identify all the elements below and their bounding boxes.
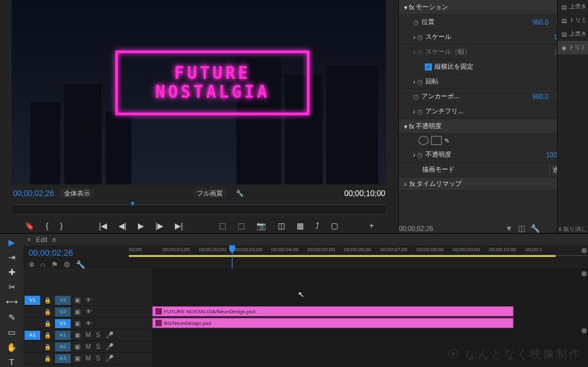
lock-icon[interactable]: 🔒 bbox=[41, 355, 54, 362]
tab-menu-icon[interactable]: ≡ bbox=[52, 236, 56, 243]
settings-icon[interactable]: 🔧 bbox=[236, 190, 243, 197]
track-header-a3[interactable]: 🔒 A3 ▣ M S 🎤 bbox=[23, 353, 152, 364]
source-patch-a1[interactable]: A1 bbox=[25, 331, 40, 340]
pen-mask-icon[interactable]: ✎ bbox=[444, 137, 449, 144]
export-frame-icon[interactable]: 📷 bbox=[256, 221, 266, 230]
proxy-icon[interactable]: ▢ bbox=[331, 221, 338, 230]
toggle-output-icon[interactable]: ▣ bbox=[72, 355, 83, 362]
toggle-output-icon[interactable]: ▣ bbox=[72, 320, 83, 327]
toggle-output-icon[interactable]: ▣ bbox=[72, 343, 83, 350]
program-monitor[interactable]: FUTURE NOSTALGIA bbox=[12, 0, 386, 184]
hand-tool-icon[interactable]: ✋ bbox=[6, 342, 17, 352]
stopwatch-icon[interactable]: ◷ bbox=[413, 93, 419, 100]
mute-button[interactable]: M bbox=[83, 343, 93, 350]
work-area-bar[interactable] bbox=[129, 255, 556, 257]
toggle-output-icon[interactable]: ▣ bbox=[72, 308, 83, 315]
selection-tool-icon[interactable]: ▶ bbox=[6, 238, 17, 247]
track-header-v2[interactable]: 🔒 V2 ▣ 👁 bbox=[23, 306, 152, 318]
stopwatch-icon[interactable]: ◷ bbox=[413, 19, 419, 26]
scroll-handle-icon[interactable] bbox=[582, 328, 587, 333]
uniform-scale-checkbox[interactable]: ✓ bbox=[425, 63, 432, 71]
stopwatch-icon[interactable]: ◷ bbox=[417, 108, 423, 115]
extract-icon[interactable]: ⬚ bbox=[238, 221, 245, 230]
effects-settings-icon[interactable]: ◫ bbox=[518, 224, 525, 233]
lock-icon[interactable]: 🔒 bbox=[41, 309, 54, 315]
track-header-a1[interactable]: A1 🔒 A1 ▣ M S 🎤 bbox=[23, 329, 152, 341]
mute-button[interactable]: M bbox=[83, 331, 93, 339]
lock-icon[interactable]: 🔒 bbox=[41, 344, 54, 350]
comparison-icon[interactable]: ◫ bbox=[278, 221, 285, 230]
eye-icon[interactable]: 👁 bbox=[83, 308, 95, 315]
track-header-v3[interactable]: V1 🔒 V3 ▣ 👁 bbox=[23, 295, 152, 306]
safe-margins-icon[interactable]: ▦ bbox=[297, 221, 304, 230]
duration-timecode[interactable]: 00;00;10;00 bbox=[345, 189, 385, 198]
lock-icon[interactable]: 🔒 bbox=[41, 332, 54, 339]
clip-v2[interactable]: FUTURE NOSTALGIA/NeonDesign.psd bbox=[152, 306, 514, 317]
slip-tool-icon[interactable]: ⟷ bbox=[6, 297, 17, 307]
toggle-output-icon[interactable]: ▣ bbox=[72, 331, 83, 339]
history-item[interactable]: ▤ 上書き bbox=[558, 0, 588, 14]
rectangle-mask-icon[interactable] bbox=[431, 136, 442, 145]
linked-selection-icon[interactable]: ∩ bbox=[40, 260, 46, 269]
solo-button[interactable]: S bbox=[93, 343, 103, 350]
stopwatch-icon[interactable]: ◷ bbox=[417, 151, 423, 159]
stopwatch-icon[interactable]: ◷ bbox=[417, 34, 423, 41]
scroll-handle-icon[interactable] bbox=[582, 248, 587, 253]
time-ruler[interactable]: 00;00 00;00;01;00 00;00;02;00 00;00;03;0… bbox=[129, 245, 588, 269]
toggle-output-icon[interactable]: ▣ bbox=[72, 296, 83, 304]
step-back-icon[interactable]: ◀| bbox=[119, 221, 126, 230]
track-select-tool-icon[interactable]: ⇥ bbox=[6, 252, 17, 262]
go-to-out-icon[interactable]: ▶| bbox=[175, 221, 183, 230]
track-header-v1[interactable]: 🔒 V1 ▣ 👁 bbox=[23, 318, 152, 329]
lock-icon[interactable]: 🔒 bbox=[41, 297, 54, 304]
share-icon[interactable]: ⤴ bbox=[315, 221, 319, 230]
stopwatch-icon[interactable]: ◷ bbox=[417, 78, 423, 85]
eye-icon[interactable]: 👁 bbox=[83, 296, 95, 304]
snap-icon[interactable]: ❄ bbox=[28, 260, 35, 269]
scroll-handle-icon[interactable] bbox=[582, 271, 587, 276]
voice-over-icon[interactable]: 🎤 bbox=[103, 331, 116, 339]
filter-icon[interactable]: ▼ bbox=[505, 224, 513, 233]
voice-over-icon[interactable]: 🎤 bbox=[103, 343, 116, 350]
sequence-tab[interactable]: Edit bbox=[36, 236, 47, 243]
history-item[interactable]: ▤ トリミ bbox=[558, 14, 588, 27]
effects-footer-timecode[interactable]: 00;00;02;26 bbox=[399, 225, 433, 232]
lock-icon[interactable]: 🔒 bbox=[41, 320, 54, 327]
button-editor-icon[interactable]: + bbox=[369, 221, 374, 230]
step-forward-icon[interactable]: |▶ bbox=[155, 221, 163, 230]
mark-in-icon[interactable]: { bbox=[46, 221, 49, 230]
mark-out-icon[interactable]: } bbox=[60, 221, 63, 230]
history-item[interactable]: ◉ トリミ bbox=[558, 41, 588, 54]
timeline-settings-icon[interactable]: ⚙ bbox=[63, 260, 71, 269]
playback-quality-select[interactable]: フル画質 bbox=[193, 188, 227, 198]
razor-tool-icon[interactable]: ✂ bbox=[6, 282, 17, 292]
current-timecode[interactable]: 00;00;02;26 bbox=[13, 189, 54, 198]
monitor-scrub-bar[interactable] bbox=[13, 205, 385, 215]
lift-icon[interactable]: ⬚ bbox=[219, 221, 226, 230]
timeline-timecode[interactable]: 00;00;02;26 bbox=[28, 248, 124, 258]
zoom-level-select[interactable]: 全体表示 bbox=[60, 188, 94, 198]
track-header-a2[interactable]: 🔒 A2 ▣ M S 🎤 bbox=[23, 341, 152, 353]
rectangle-tool-icon[interactable]: ▭ bbox=[6, 328, 17, 337]
source-patch-v1[interactable]: V1 bbox=[25, 296, 40, 305]
solo-button[interactable]: S bbox=[93, 355, 103, 362]
add-marker-icon[interactable]: 🔖 bbox=[25, 221, 34, 230]
history-item[interactable]: ▤ 上書き bbox=[558, 27, 588, 41]
clip-v1[interactable]: BG/NeonDesign.psd bbox=[152, 318, 514, 328]
ellipse-mask-icon[interactable] bbox=[418, 136, 429, 145]
ripple-edit-tool-icon[interactable]: ✚ bbox=[6, 267, 17, 277]
mute-button[interactable]: M bbox=[83, 355, 93, 362]
voice-over-icon[interactable]: 🎤 bbox=[103, 355, 116, 362]
timeline-wrench-icon[interactable]: 🔧 bbox=[76, 260, 85, 269]
close-tab-icon[interactable]: × bbox=[27, 236, 31, 243]
eye-icon[interactable]: 👁 bbox=[83, 320, 95, 327]
effects-wrench-icon[interactable]: 🔧 bbox=[530, 224, 540, 233]
anchor-x[interactable]: 960.0 bbox=[527, 93, 554, 100]
type-tool-icon[interactable]: T bbox=[6, 357, 17, 367]
marker-icon[interactable]: ⚑ bbox=[51, 260, 58, 269]
play-icon[interactable]: ▶ bbox=[138, 221, 144, 230]
go-to-in-icon[interactable]: |◀ bbox=[99, 221, 107, 230]
pen-tool-icon[interactable]: ✎ bbox=[6, 313, 17, 322]
solo-button[interactable]: S bbox=[93, 331, 103, 339]
position-x[interactable]: 960.0 bbox=[527, 19, 554, 26]
